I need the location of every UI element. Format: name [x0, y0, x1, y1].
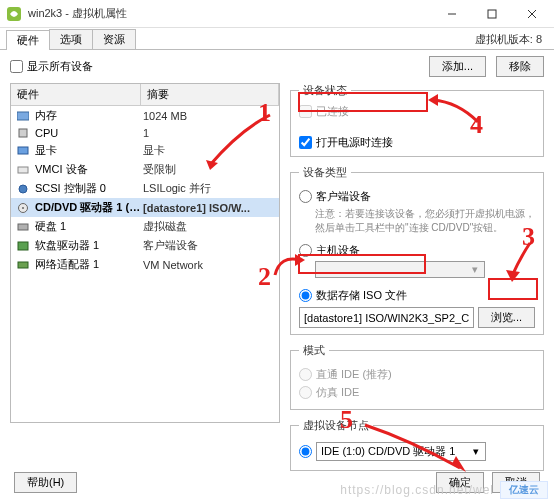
passthrough-input: [299, 368, 312, 381]
virtual-node-dropdown[interactable]: IDE (1:0) CD/DVD 驱动器 1 ▾: [316, 442, 486, 461]
vmci-icon: [15, 164, 31, 176]
host-device-input[interactable]: [299, 244, 312, 257]
iso-path-input[interactable]: [299, 307, 474, 328]
virtual-node-group: 虚拟设备节点 IDE (1:0) CD/DVD 驱动器 1 ▾: [290, 418, 544, 471]
hw-row-cpu[interactable]: CPU1: [11, 125, 279, 141]
hw-row-nic[interactable]: 网络适配器 1VM Network: [11, 255, 279, 274]
remove-device-button[interactable]: 移除: [496, 56, 544, 77]
title-bar: win2k3 - 虚拟机属性: [0, 0, 554, 28]
col-hardware: 硬件: [11, 84, 141, 105]
passthrough-radio: 直通 IDE (推荐): [299, 367, 535, 382]
hw-row-vmci[interactable]: VMCI 设备受限制: [11, 160, 279, 179]
add-device-button[interactable]: 添加...: [429, 56, 486, 77]
help-button[interactable]: 帮助(H): [14, 472, 77, 493]
show-all-devices-checkbox[interactable]: 显示所有设备: [10, 59, 93, 74]
connect-at-poweron-checkbox[interactable]: 打开电源时连接: [299, 135, 535, 150]
svg-rect-12: [18, 224, 28, 230]
brand-logo: 亿速云: [500, 481, 548, 499]
client-device-note: 注意：若要连接该设备，您必须打开虚拟机电源，然后单击工具栏中的"连接 CD/DV…: [315, 207, 535, 235]
device-status-legend: 设备状态: [299, 83, 351, 98]
scsi-icon: [15, 183, 31, 195]
svg-rect-6: [19, 129, 27, 137]
maximize-button[interactable]: [472, 0, 512, 28]
mode-legend: 模式: [299, 343, 329, 358]
chevron-down-icon[interactable]: ▾: [469, 445, 483, 458]
host-device-dropdown: ▾: [315, 261, 485, 278]
hw-row-disk[interactable]: 硬盘 1虚拟磁盘: [11, 217, 279, 236]
device-status-group: 设备状态 已连接 打开电源时连接: [290, 83, 544, 157]
video-icon: [15, 145, 31, 157]
app-icon: [6, 6, 22, 22]
memory-icon: [15, 110, 31, 122]
hw-row-memory[interactable]: 内存1024 MB: [11, 106, 279, 125]
datastore-iso-radio[interactable]: 数据存储 ISO 文件: [299, 288, 535, 303]
svg-rect-14: [18, 262, 28, 268]
client-device-radio[interactable]: 客户端设备: [299, 189, 535, 204]
show-all-devices-input[interactable]: [10, 60, 23, 73]
minimize-button[interactable]: [432, 0, 472, 28]
svg-point-9: [19, 185, 27, 193]
device-type-legend: 设备类型: [299, 165, 351, 180]
datastore-iso-input[interactable]: [299, 289, 312, 302]
browse-button[interactable]: 浏览...: [478, 307, 535, 328]
nic-icon: [15, 259, 31, 271]
connect-at-poweron-input[interactable]: [299, 136, 312, 149]
svg-rect-13: [18, 242, 28, 250]
watermark-text: https://blog.csdn.net/wel: [340, 483, 494, 497]
svg-rect-2: [488, 10, 496, 18]
hardware-list[interactable]: 硬件 摘要 内存1024 MB CPU1 显卡显卡 VMCI 设备受限制 SCS…: [10, 83, 280, 423]
floppy-icon: [15, 240, 31, 252]
host-device-radio[interactable]: 主机设备: [299, 243, 535, 258]
connected-input: [299, 105, 312, 118]
svg-point-11: [22, 207, 24, 209]
virtual-node-legend: 虚拟设备节点: [299, 418, 373, 433]
mode-group: 模式 直通 IDE (推荐) 仿真 IDE: [290, 343, 544, 410]
emulate-radio: 仿真 IDE: [299, 385, 535, 400]
tab-hardware[interactable]: 硬件: [6, 30, 50, 50]
cd-icon: [15, 202, 31, 214]
toolbar: 显示所有设备 添加... 移除: [0, 50, 554, 83]
close-button[interactable]: [512, 0, 552, 28]
connected-checkbox: 已连接: [299, 104, 535, 119]
svg-rect-8: [18, 167, 28, 173]
svg-rect-5: [17, 112, 29, 120]
svg-rect-7: [18, 147, 28, 154]
hw-row-floppy[interactable]: 软盘驱动器 1客户端设备: [11, 236, 279, 255]
disk-icon: [15, 221, 31, 233]
emulate-input: [299, 386, 312, 399]
hardware-list-header: 硬件 摘要: [11, 84, 279, 106]
tab-resources[interactable]: 资源: [92, 29, 136, 49]
show-all-devices-label: 显示所有设备: [27, 59, 93, 74]
chevron-down-icon: ▾: [468, 263, 482, 276]
window-title: win2k3 - 虚拟机属性: [28, 6, 432, 21]
cpu-icon: [15, 127, 31, 139]
col-summary: 摘要: [141, 84, 279, 105]
tab-bar: 硬件 选项 资源 虚拟机版本: 8: [0, 28, 554, 50]
hw-row-video[interactable]: 显卡显卡: [11, 141, 279, 160]
hw-row-scsi[interactable]: SCSI 控制器 0LSILogic 并行: [11, 179, 279, 198]
hw-row-cddvd[interactable]: CD/DVD 驱动器 1 (已编辑)[datastore1] ISO/W...: [11, 198, 279, 217]
client-device-input[interactable]: [299, 190, 312, 203]
vm-version-label: 虚拟机版本: 8: [469, 30, 548, 49]
device-type-group: 设备类型 客户端设备 注意：若要连接该设备，您必须打开虚拟机电源，然后单击工具栏…: [290, 165, 544, 335]
virtual-node-radio[interactable]: [299, 445, 312, 458]
tab-options[interactable]: 选项: [49, 29, 93, 49]
